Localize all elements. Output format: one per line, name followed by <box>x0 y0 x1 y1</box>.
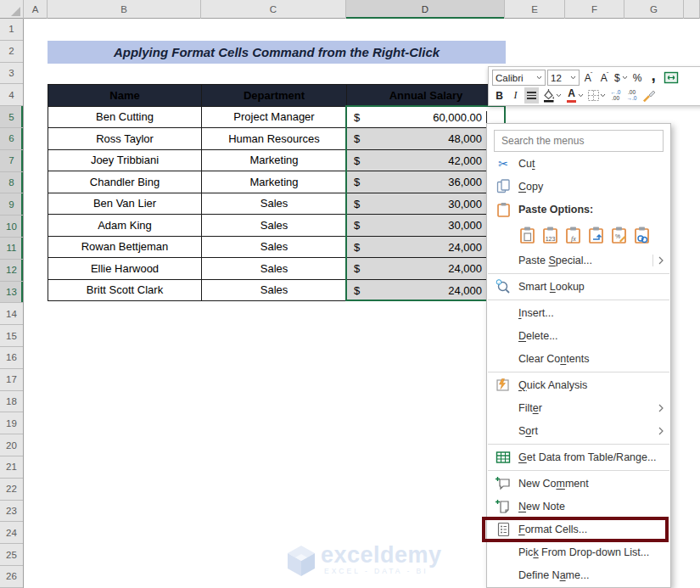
column-header-g[interactable]: G <box>624 0 684 19</box>
row-header-15[interactable]: 15 <box>0 325 23 347</box>
cell-name[interactable]: Ross Taylor <box>48 128 202 150</box>
cell-salary[interactable]: $ 30,000 <box>347 193 506 215</box>
row-header-14[interactable]: 14 <box>0 303 23 325</box>
row-header-6[interactable]: 6 <box>0 128 23 150</box>
row-header-2[interactable]: 2 <box>0 41 23 63</box>
cell-name[interactable]: Joey Tribbiani <box>48 149 202 171</box>
row-header-23[interactable]: 23 <box>0 501 23 523</box>
grow-font-button[interactable]: Aˆ <box>581 70 596 86</box>
header-department[interactable]: Department <box>202 85 347 107</box>
percent-style-button[interactable]: % <box>630 70 645 86</box>
select-all-corner[interactable] <box>0 0 24 19</box>
menu-item-delete[interactable]: Delete... <box>487 324 670 347</box>
row-header-11[interactable]: 11 <box>0 238 23 260</box>
column-header-e[interactable]: E <box>505 0 565 19</box>
menu-item-insert[interactable]: Insert... <box>487 301 670 324</box>
column-header-d-selected[interactable]: D <box>346 0 505 19</box>
cell-name[interactable]: Chandler Bing <box>48 171 202 193</box>
header-name[interactable]: Name <box>48 85 202 107</box>
cell-department[interactable]: Sales <box>202 215 347 237</box>
cell-name[interactable]: Ben Cutting <box>48 106 202 128</box>
menu-item-cut[interactable]: ✂ Cut <box>487 152 670 175</box>
column-header-c[interactable]: C <box>201 0 346 19</box>
cell-department[interactable]: Marketing <box>202 149 347 171</box>
header-annual-salary[interactable]: Annual Salary <box>347 85 506 107</box>
accounting-format-button[interactable]: $ <box>613 70 629 86</box>
cell-salary[interactable]: $ 24,000 <box>347 279 506 301</box>
row-header-21[interactable]: 21 <box>0 456 23 479</box>
cell-department[interactable]: Sales <box>202 279 347 301</box>
menu-item-get-data[interactable]: Get Data from Table/Range... <box>487 445 670 468</box>
row-header-22[interactable]: 22 <box>0 479 23 501</box>
shrink-font-button[interactable]: Aˇ <box>597 70 612 86</box>
paste-icon[interactable] <box>518 226 537 244</box>
row-header-3[interactable]: 3 <box>0 63 23 85</box>
cell-salary[interactable]: $ 48,000 <box>347 128 506 150</box>
paste-transpose-icon[interactable] <box>587 226 606 244</box>
column-header-f[interactable]: F <box>565 0 624 19</box>
menu-item-clear-contents[interactable]: Clear Contents <box>487 347 670 370</box>
format-painter-button[interactable] <box>641 87 656 104</box>
row-header-10[interactable]: 10 <box>0 216 23 238</box>
menu-item-format-cells[interactable]: Format Cells... <box>487 518 670 540</box>
paste-formatting-icon[interactable]: % <box>610 226 629 244</box>
cell-department[interactable]: Sales <box>202 258 347 280</box>
row-header-25[interactable]: 25 <box>0 544 23 566</box>
center-align-button[interactable] <box>524 87 539 104</box>
borders-button[interactable] <box>586 87 607 104</box>
search-input[interactable] <box>494 130 664 152</box>
row-header-17[interactable]: 17 <box>0 369 23 391</box>
bold-button[interactable]: B <box>492 87 507 104</box>
row-header-16[interactable]: 16 <box>0 347 23 369</box>
cell-salary[interactable]: $ 30,000 <box>347 215 506 237</box>
paste-values-icon[interactable]: 123 <box>541 226 560 244</box>
row-header-12[interactable]: 12 <box>0 260 23 282</box>
menu-item-copy[interactable]: Copy <box>487 175 670 198</box>
cell-name[interactable]: Britt Scott Clark <box>48 279 202 301</box>
cell-department[interactable]: Project Manager <box>202 106 347 128</box>
row-header-9[interactable]: 9 <box>0 193 23 216</box>
decrease-decimal-button[interactable]: .00→.0 <box>624 87 639 104</box>
cell-name[interactable]: Adam King <box>48 215 202 237</box>
cell-department[interactable]: Human Resources <box>202 128 347 150</box>
cell-name[interactable]: Ben Van Lier <box>48 193 202 215</box>
row-header-13[interactable]: 13 <box>0 282 23 304</box>
row-header-5[interactable]: 5 <box>0 106 23 128</box>
cell-name[interactable]: Rowan Bettjeman <box>48 236 202 258</box>
cell-salary[interactable]: $ 24,000 <box>347 258 506 280</box>
menu-item-sort[interactable]: Sort <box>487 419 670 442</box>
cell-department[interactable]: Marketing <box>202 171 347 193</box>
row-header-18[interactable]: 18 <box>0 391 23 413</box>
row-header-1[interactable]: 1 <box>0 19 23 41</box>
fill-color-button[interactable] <box>540 87 563 104</box>
row-header-24[interactable]: 24 <box>0 522 23 544</box>
row-header-20[interactable]: 20 <box>0 434 23 456</box>
font-name-dropdown[interactable]: Calibri <box>492 70 546 86</box>
cell-salary-active[interactable]: $ 60,000.00 <box>347 106 506 128</box>
menu-item-new-comment[interactable]: New Comment <box>487 472 670 495</box>
row-header-19[interactable]: 19 <box>0 412 23 434</box>
row-header-26[interactable]: 26 <box>0 566 23 588</box>
row-header-8[interactable]: 8 <box>0 172 23 194</box>
cell-department[interactable]: Sales <box>202 193 347 215</box>
cell-name[interactable]: Ellie Harwood <box>48 258 202 280</box>
cell-salary[interactable]: $ 36,000 <box>347 171 506 193</box>
cell-salary[interactable]: $ 24,000 <box>347 236 506 258</box>
paste-link-icon[interactable] <box>633 226 652 244</box>
menu-item-paste-special[interactable]: Paste Special... <box>487 249 670 272</box>
format-as-table-icon[interactable] <box>663 70 680 86</box>
column-header-b[interactable]: B <box>48 0 201 19</box>
menu-item-filter[interactable]: Filter <box>487 396 670 419</box>
menu-item-pick-from-list[interactable]: Pick From Drop-down List... <box>487 540 670 563</box>
font-size-dropdown[interactable]: 12 <box>547 70 580 86</box>
column-header-a[interactable]: A <box>24 0 48 19</box>
italic-button[interactable]: I <box>508 87 523 104</box>
comma-style-button[interactable]: , <box>647 70 661 86</box>
cell-department[interactable]: Sales <box>202 236 347 258</box>
menu-item-define-name[interactable]: Define Name... <box>487 563 670 586</box>
row-header-4[interactable]: 4 <box>0 84 23 106</box>
menu-item-new-note[interactable]: New Note <box>487 495 670 518</box>
menu-item-quick-analysis[interactable]: Quick Analysis <box>487 373 670 396</box>
row-header-7[interactable]: 7 <box>0 150 23 172</box>
menu-item-smart-lookup[interactable]: i Smart Lookup <box>487 275 670 298</box>
